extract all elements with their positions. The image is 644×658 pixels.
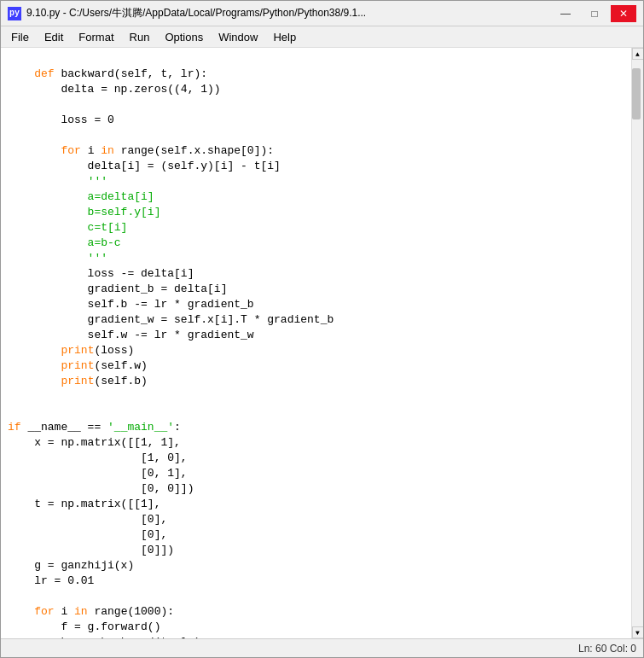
- status-bar: Ln: 60 Col: 0: [1, 638, 643, 657]
- code-line: gradient_b = delta[i]: [1, 282, 631, 297]
- code-line: [1, 51, 631, 67]
- code-line: delta = np.zeros((4, 1)): [1, 82, 631, 97]
- code-line: self.b -= lr * gradient_b: [1, 297, 631, 312]
- code-line: [1, 589, 631, 604]
- code-line: print(loss): [1, 343, 631, 358]
- minimize-button[interactable]: —: [553, 5, 578, 22]
- code-line: [0, 1],: [1, 466, 631, 481]
- code-line: b=self.y[i]: [1, 205, 631, 220]
- editor-area: def backward(self, t, lr): delta = np.ze…: [1, 48, 643, 638]
- code-line: print(self.b): [1, 374, 631, 389]
- maximize-button[interactable]: □: [582, 5, 607, 22]
- title-controls: — □ ✕: [553, 5, 636, 22]
- menu-file[interactable]: File: [4, 27, 36, 46]
- code-line: loss = 0: [1, 113, 631, 128]
- code-line: lr = 0.01: [1, 574, 631, 589]
- code-line: if __name__ == '__main__':: [1, 420, 631, 435]
- scroll-thumb[interactable]: [632, 68, 641, 119]
- code-line: ''': [1, 174, 631, 189]
- title-bar: py 9.10.py - C:/Users/牛淇腾/AppData/Local/…: [1, 1, 643, 26]
- title-bar-left: py 9.10.py - C:/Users/牛淇腾/AppData/Local/…: [8, 6, 366, 20]
- code-line: [0]]): [1, 543, 631, 558]
- code-line: a=delta[i]: [1, 189, 631, 205]
- code-line: gradient_w = self.x[i].T * gradient_b: [1, 312, 631, 328]
- code-line: c=t[i]: [1, 220, 631, 236]
- code-line: a=b-c: [1, 236, 631, 251]
- menu-options[interactable]: Options: [158, 27, 210, 46]
- code-line: [1, 389, 631, 405]
- close-button[interactable]: ✕: [611, 5, 636, 22]
- menu-format[interactable]: Format: [72, 27, 120, 46]
- code-line: loss -= delta[i]: [1, 266, 631, 282]
- code-line: [0, 0]]): [1, 481, 631, 497]
- code-line: for i in range(self.x.shape[0]):: [1, 143, 631, 159]
- main-window: py 9.10.py - C:/Users/牛淇腾/AppData/Local/…: [0, 0, 644, 658]
- code-line: [1, 128, 631, 143]
- code-line: for i in range(1000):: [1, 604, 631, 620]
- menu-help[interactable]: Help: [266, 27, 303, 46]
- code-line: b = g.backward(t, lr): [1, 635, 631, 638]
- code-line: [0],: [1, 512, 631, 527]
- vertical-scrollbar[interactable]: ▲ ▼: [631, 48, 643, 638]
- code-line: x = np.matrix([[1, 1],: [1, 435, 631, 451]
- code-line: [0],: [1, 527, 631, 543]
- code-line: f = g.forward(): [1, 620, 631, 635]
- code-line: print(self.w): [1, 358, 631, 374]
- code-line: def backward(self, t, lr):: [1, 67, 631, 82]
- code-line: [1, 405, 631, 420]
- code-line: g = ganzhiji(x): [1, 558, 631, 574]
- menu-bar: File Edit Format Run Options Window Help: [1, 26, 643, 48]
- scroll-up-button[interactable]: ▲: [632, 48, 644, 60]
- code-editor[interactable]: def backward(self, t, lr): delta = np.ze…: [1, 48, 631, 638]
- code-line: delta[i] = (self.y)[i] - t[i]: [1, 159, 631, 174]
- scroll-down-button[interactable]: ▼: [632, 626, 644, 638]
- window-title: 9.10.py - C:/Users/牛淇腾/AppData/Local/Pro…: [26, 6, 366, 20]
- menu-window[interactable]: Window: [212, 27, 264, 46]
- menu-run[interactable]: Run: [123, 27, 157, 46]
- menu-edit[interactable]: Edit: [38, 27, 70, 46]
- code-line: [1, 0],: [1, 451, 631, 466]
- code-line: ''': [1, 251, 631, 266]
- code-line: self.w -= lr * gradient_w: [1, 328, 631, 343]
- status-text: Ln: 60 Col: 0: [578, 643, 636, 655]
- code-line: t = np.matrix([[1],: [1, 497, 631, 512]
- app-icon: py: [8, 7, 21, 20]
- code-line: [1, 97, 631, 113]
